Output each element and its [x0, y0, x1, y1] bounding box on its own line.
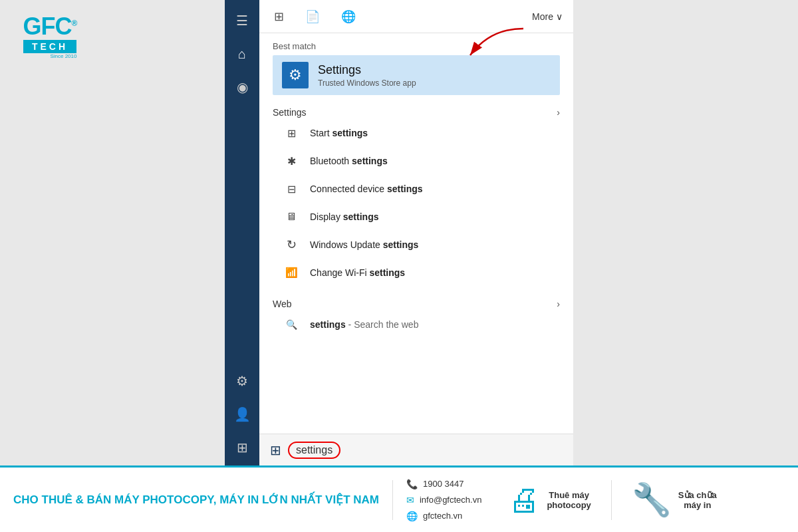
wifi-settings-text: Change Wi-Fi settings	[310, 267, 405, 278]
bottom-banner: CHO THUÊ & BÁN MÁY PHOTOCOPY, MÁY IN LỚN…	[0, 466, 798, 532]
bluetooth-icon: ✱	[283, 153, 299, 169]
best-match-section: Best match ⚙ Settings Trusted Windows St…	[259, 33, 573, 100]
email-address: info@gfctech.vn	[420, 495, 481, 505]
web-search-item[interactable]: 🔍 settings - Search the web	[273, 311, 560, 338]
photocopy-service-label: Thuê máyphotocopy	[547, 490, 591, 510]
email-contact: ✉ info@gfctech.vn	[406, 495, 481, 505]
web-section-label: Web	[273, 299, 292, 309]
repair-icon: 🔧	[632, 481, 672, 519]
settings-result-item[interactable]: ⚙ Settings Trusted Windows Store app	[273, 55, 560, 95]
windows-update-settings-text: Windows Update settings	[310, 239, 418, 250]
red-arrow-icon	[447, 25, 533, 65]
wifi-icon: 📶	[283, 265, 299, 281]
main-panel: ⊞ 📄 🌐 More ∨ Best match	[259, 0, 573, 466]
connected-device-icon: ⊟	[283, 181, 299, 197]
sidebar-photo-icon[interactable]: ◉	[227, 72, 257, 102]
connected-device-settings-text: Connected device settings	[310, 184, 423, 194]
sidebar-user-icon[interactable]: 👤	[227, 399, 257, 430]
logo-since: Since 2010	[23, 53, 77, 59]
settings-subsection: Settings › ⊞ Start settings ✱ Bluetooth …	[259, 100, 573, 289]
connected-device-settings-item[interactable]: ⊟ Connected device settings	[273, 175, 560, 203]
more-button[interactable]: More ∨	[532, 11, 563, 22]
settings-subsection-header: Settings ›	[273, 107, 560, 118]
web-chevron-icon: ›	[557, 299, 560, 309]
bluetooth-settings-text: Bluetooth settings	[310, 156, 388, 166]
repair-service: 🔧 Sửa chữamáy in	[632, 481, 717, 519]
wifi-settings-item[interactable]: 📶 Change Wi-Fi settings	[273, 259, 560, 287]
display-icon: 🖥	[283, 209, 299, 225]
more-chevron-icon: ∨	[556, 11, 563, 22]
toolbar-globe-icon[interactable]: 🌐	[337, 5, 360, 28]
logo: GFC® TECH Since 2010	[7, 7, 93, 66]
settings-chevron-icon: ›	[557, 107, 560, 118]
display-settings-text: Display settings	[310, 211, 378, 222]
toolbar-grid-icon[interactable]: ⊞	[270, 5, 288, 28]
settings-subsection-label: Settings	[273, 107, 307, 118]
taskbar-sidebar: ☰ ⌂ ◉ ⚙ 👤 ⊞	[225, 0, 259, 466]
search-query-oval[interactable]: settings	[288, 442, 340, 459]
settings-gear-icon: ⚙	[282, 62, 309, 88]
start-icon: ⊞	[283, 125, 299, 141]
windows-update-icon: ↻	[283, 237, 299, 253]
banner-contact: 📞 1900 3447 ✉ info@gfctech.vn 🌐 gfctech.…	[393, 479, 495, 521]
banner-service-group: 🖨 Thuê máyphotocopy 🔧 Sửa chữamáy in	[508, 480, 716, 520]
phone-number: 1900 3447	[423, 479, 464, 489]
more-label: More	[532, 11, 553, 22]
photocopy-service: 🖨 Thuê máyphotocopy	[508, 481, 591, 518]
logo-tech: TECH	[23, 40, 77, 53]
website-contact: 🌐 gfctech.vn	[406, 511, 481, 521]
web-section: Web › 🔍 settings - Search the web	[259, 292, 573, 341]
globe-icon: 🌐	[406, 511, 418, 521]
start-settings-item[interactable]: ⊞ Start settings	[273, 119, 560, 147]
web-section-header: Web ›	[273, 299, 560, 309]
web-search-text: settings - Search the web	[310, 319, 418, 330]
search-query-text: settings	[296, 444, 332, 456]
sidebar-settings-icon[interactable]: ⚙	[227, 366, 257, 396]
phone-icon: 📞	[406, 479, 418, 489]
toolbar-doc-icon[interactable]: 📄	[301, 5, 324, 28]
photocopy-icon: 🖨	[508, 481, 540, 518]
sidebar-windows-icon[interactable]: ⊞	[227, 432, 257, 463]
screenshot-container: ☰ ⌂ ◉ ⚙ 👤 ⊞ ⊞ 📄 🌐 More ∨ Best match	[225, 0, 573, 466]
repair-service-label: Sửa chữamáy in	[678, 490, 717, 510]
phone-contact: 📞 1900 3447	[406, 479, 481, 489]
sidebar-home-icon[interactable]: ⌂	[227, 39, 257, 69]
display-settings-item[interactable]: 🖥 Display settings	[273, 203, 560, 231]
result-text-block: Settings Trusted Windows Store app	[318, 63, 551, 88]
website-url: gfctech.vn	[423, 511, 462, 521]
bluetooth-settings-item[interactable]: ✱ Bluetooth settings	[273, 147, 560, 175]
start-settings-text: Start settings	[310, 128, 368, 138]
logo-brand: GFC®	[23, 15, 77, 39]
banner-headline: CHO THUÊ & BÁN MÁY PHOTOCOPY, MÁY IN LỚN…	[0, 493, 392, 507]
search-icon: 🔍	[283, 317, 299, 332]
email-icon: ✉	[406, 495, 414, 505]
windows-update-settings-item[interactable]: ↻ Windows Update settings	[273, 231, 560, 259]
search-bar: ⊞ settings	[259, 434, 573, 466]
sidebar-hamburger-icon[interactable]: ☰	[227, 5, 257, 36]
service-divider	[611, 480, 612, 520]
result-subtitle: Trusted Windows Store app	[318, 78, 551, 88]
windows-start-icon: ⊞	[270, 442, 281, 458]
